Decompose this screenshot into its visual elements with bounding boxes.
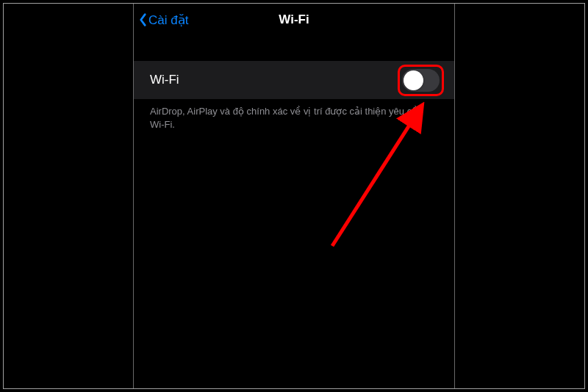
nav-bar: Cài đặt Wi-Fi	[134, 4, 454, 36]
wifi-toggle[interactable]	[402, 69, 440, 92]
annotation-highlight	[398, 65, 444, 96]
wifi-row-label: Wi-Fi	[150, 73, 179, 87]
toggle-knob	[404, 70, 423, 90]
wifi-row: Wi-Fi	[134, 61, 454, 99]
wifi-description: AirDrop, AirPlay và độ chính xác về vị t…	[134, 99, 454, 137]
back-label: Cài đặt	[148, 12, 188, 28]
phone-screen: Cài đặt Wi-Fi Wi-Fi AirDrop, AirPlay và …	[133, 4, 455, 388]
settings-section: Wi-Fi AirDrop, AirPlay và độ chính xác v…	[134, 61, 454, 137]
page-title: Wi-Fi	[279, 12, 309, 27]
chevron-left-icon	[138, 12, 147, 27]
back-button[interactable]: Cài đặt	[138, 12, 188, 28]
